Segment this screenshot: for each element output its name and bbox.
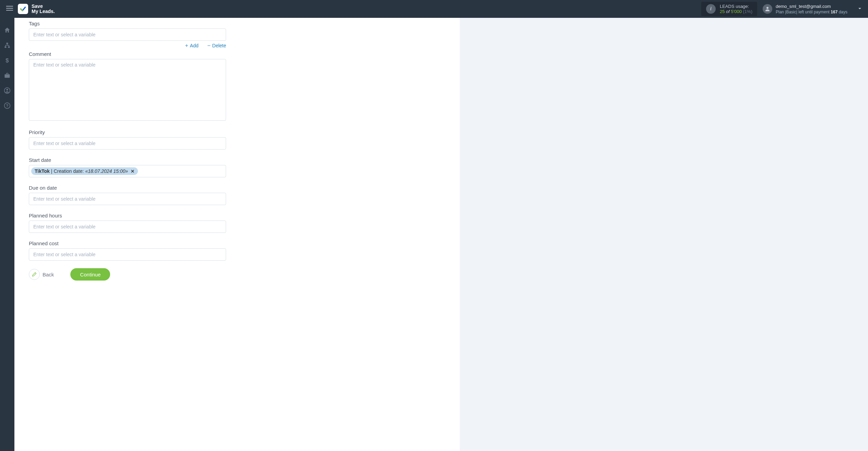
leads-pct: (1%) bbox=[743, 9, 752, 14]
account-email: demo_sml_test@gmail.com bbox=[776, 4, 847, 9]
due-on-date-label: Due on date bbox=[29, 185, 226, 191]
svg-rect-5 bbox=[5, 46, 7, 48]
comment-input[interactable] bbox=[29, 59, 226, 121]
chevron-down-icon bbox=[857, 6, 863, 11]
planned-hours-label: Planned hours bbox=[29, 213, 226, 218]
plus-icon bbox=[185, 44, 189, 48]
header-right: i LEADS usage: 25 of 5'000 (1%) demo_sml… bbox=[701, 2, 864, 16]
hamburger-icon bbox=[6, 5, 13, 12]
token-remove[interactable]: ✕ bbox=[131, 169, 134, 174]
user-circle-icon bbox=[4, 87, 11, 94]
add-tag-link[interactable]: Add bbox=[185, 43, 199, 48]
tags-input[interactable] bbox=[29, 28, 226, 41]
planned-cost-input[interactable] bbox=[29, 248, 226, 261]
form-area: Tags Add Delete Comment bbox=[28, 21, 226, 281]
account-widget[interactable]: demo_sml_test@gmail.com Plan |Basic| lef… bbox=[763, 4, 847, 14]
planned-hours-group: Planned hours bbox=[29, 213, 226, 233]
menu-toggle[interactable] bbox=[4, 3, 15, 15]
leads-usage-values: 25 of 5'000 (1%) bbox=[720, 9, 752, 14]
leads-usage-title: LEADS usage: bbox=[720, 4, 752, 9]
leads-used: 25 bbox=[720, 9, 725, 14]
token-value: «18.07.2024 15:00» bbox=[85, 168, 128, 174]
token-field: Creation date: bbox=[54, 168, 84, 174]
start-date-token: TikTok | Creation date: «18.07.2024 15:0… bbox=[31, 167, 138, 175]
sidebar: $ ? bbox=[0, 18, 14, 451]
svg-rect-1 bbox=[6, 8, 13, 9]
svg-rect-4 bbox=[7, 43, 8, 44]
svg-rect-0 bbox=[6, 6, 13, 7]
start-date-input[interactable]: TikTok | Creation date: «18.07.2024 15:0… bbox=[29, 165, 226, 177]
token-sep: | bbox=[51, 168, 52, 174]
delete-tag-link[interactable]: Delete bbox=[207, 43, 226, 48]
sidebar-item-briefcase[interactable] bbox=[3, 71, 11, 80]
leads-usage-text: LEADS usage: 25 of 5'000 (1%) bbox=[720, 4, 752, 14]
leads-usage-widget[interactable]: i LEADS usage: 25 of 5'000 (1%) bbox=[701, 2, 757, 16]
sidebar-item-integrations[interactable] bbox=[3, 41, 11, 49]
sidebar-item-help[interactable]: ? bbox=[3, 102, 11, 110]
due-on-date-input[interactable] bbox=[29, 193, 226, 205]
logo[interactable]: Save My Leads. bbox=[18, 4, 55, 14]
plan-days: 167 bbox=[831, 10, 837, 14]
tags-group: Tags Add Delete bbox=[29, 21, 226, 48]
svg-rect-6 bbox=[8, 46, 10, 48]
header-bar: Save My Leads. i LEADS usage: 25 of 5'00… bbox=[0, 0, 868, 18]
start-date-group: Start date TikTok | Creation date: «18.0… bbox=[29, 157, 226, 177]
account-plan: Plan |Basic| left until payment 167 days bbox=[776, 10, 847, 14]
svg-text:?: ? bbox=[6, 103, 8, 108]
pencil-icon bbox=[32, 272, 37, 277]
back-label: Back bbox=[43, 272, 54, 277]
svg-point-3 bbox=[766, 7, 769, 9]
back-button[interactable]: Back bbox=[29, 269, 54, 280]
minus-icon bbox=[207, 44, 211, 48]
briefcase-icon bbox=[4, 72, 11, 79]
info-icon: i bbox=[706, 4, 716, 14]
tags-label: Tags bbox=[29, 21, 226, 26]
help-icon: ? bbox=[4, 102, 11, 109]
token-source: TikTok bbox=[35, 168, 50, 174]
main-area: Tags Add Delete Comment bbox=[14, 18, 868, 451]
priority-input[interactable] bbox=[29, 137, 226, 150]
priority-label: Priority bbox=[29, 129, 226, 135]
tags-actions: Add Delete bbox=[29, 43, 226, 48]
account-chevron[interactable] bbox=[857, 6, 863, 12]
home-icon bbox=[4, 27, 11, 34]
sidebar-item-account[interactable] bbox=[3, 86, 11, 95]
form-buttons: Back Continue bbox=[29, 268, 226, 281]
account-info: demo_sml_test@gmail.com Plan |Basic| lef… bbox=[776, 4, 847, 14]
back-circle bbox=[29, 269, 40, 280]
svg-text:$: $ bbox=[5, 57, 9, 64]
due-on-date-group: Due on date bbox=[29, 185, 226, 205]
plan-prefix: Plan |Basic| left until payment bbox=[776, 10, 831, 14]
delete-label: Delete bbox=[212, 43, 226, 48]
svg-rect-2 bbox=[6, 10, 13, 11]
continue-button[interactable]: Continue bbox=[70, 268, 110, 281]
comment-label: Comment bbox=[29, 51, 226, 57]
sidebar-item-billing[interactable]: $ bbox=[3, 56, 11, 64]
form-panel: Tags Add Delete Comment bbox=[14, 18, 460, 451]
svg-rect-8 bbox=[5, 74, 10, 78]
leads-of: of bbox=[726, 9, 730, 14]
start-date-label: Start date bbox=[29, 157, 226, 163]
priority-group: Priority bbox=[29, 129, 226, 150]
planned-hours-input[interactable] bbox=[29, 221, 226, 233]
planned-cost-group: Planned cost bbox=[29, 240, 226, 261]
logo-icon bbox=[18, 4, 28, 14]
sitemap-icon bbox=[4, 42, 11, 49]
planned-cost-label: Planned cost bbox=[29, 240, 226, 246]
add-label: Add bbox=[190, 43, 199, 48]
sidebar-item-home[interactable] bbox=[3, 26, 11, 34]
user-icon bbox=[764, 6, 771, 12]
avatar bbox=[763, 4, 772, 14]
leads-total: 5'000 bbox=[731, 9, 741, 14]
dollar-icon: $ bbox=[4, 57, 11, 64]
comment-group: Comment bbox=[29, 51, 226, 122]
logo-text: Save My Leads. bbox=[32, 4, 55, 14]
plan-days-suffix: days bbox=[837, 10, 847, 14]
svg-point-10 bbox=[7, 89, 8, 91]
